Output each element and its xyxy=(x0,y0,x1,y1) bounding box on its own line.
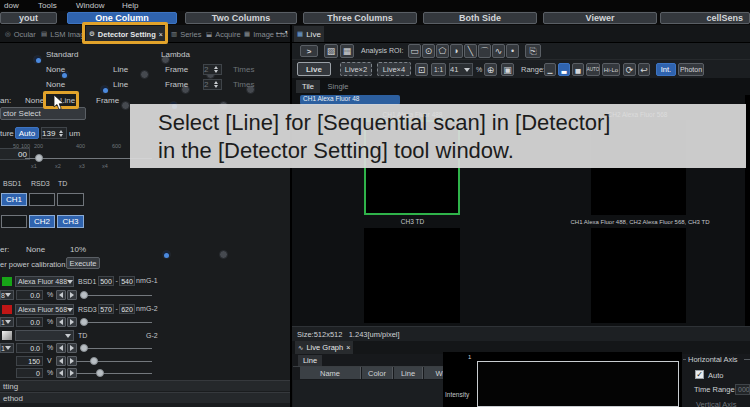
zoom-level-dropdown[interactable]: 41 xyxy=(449,63,473,76)
laser1-dropdown[interactable]: 8 xyxy=(0,290,14,300)
group-bar-method[interactable]: ethod xyxy=(0,392,290,403)
range-auto-button[interactable]: AUTO xyxy=(586,63,600,76)
hv-value-input[interactable]: 150 xyxy=(16,356,43,366)
tile-image-merged[interactable] xyxy=(591,228,686,323)
tile-image-ch3td[interactable] xyxy=(364,228,460,323)
assign-cell-ch1[interactable]: CH1 xyxy=(1,193,27,206)
layout-tab-layout[interactable]: yout xyxy=(0,12,57,24)
hv-slider-thumb[interactable] xyxy=(90,357,98,365)
tab-image-list[interactable]: ▦ Image List xyxy=(241,26,291,42)
execute-button[interactable]: Execute xyxy=(66,257,100,269)
tab-live-graph[interactable]: ∿ Live Graph × xyxy=(295,341,353,354)
laser2-value-input[interactable]: 0.0 xyxy=(16,317,43,327)
line-table-body[interactable] xyxy=(293,380,460,407)
laser3-dropdown[interactable]: 1 xyxy=(0,343,14,353)
menu-item-window-partial[interactable]: dow xyxy=(4,1,19,10)
radio-scan-none[interactable] xyxy=(121,101,130,110)
tab-line[interactable]: Line xyxy=(298,355,322,366)
range-mid-icon[interactable]: ▃ xyxy=(558,63,570,76)
live-button[interactable]: Live xyxy=(297,62,331,76)
offset-value-input[interactable]: 0 xyxy=(16,368,43,378)
tab-series[interactable]: ▥ Series xyxy=(168,26,204,42)
laser3-slider-track[interactable] xyxy=(80,348,152,349)
photon-mode-button[interactable]: Photon xyxy=(678,63,704,76)
snapshot-icon[interactable]: ⟳ xyxy=(623,63,636,76)
menu-item-window[interactable]: Window xyxy=(76,1,104,10)
decrement-button[interactable] xyxy=(56,290,66,300)
increment-button[interactable] xyxy=(67,290,77,300)
auto-checkbox[interactable]: ✓ xyxy=(695,370,704,379)
layout-tab-cellsens[interactable]: cellSens xyxy=(660,12,750,24)
roi-point-icon[interactable]: • xyxy=(506,44,519,58)
magnifier-icon[interactable]: ⊕ xyxy=(484,63,497,76)
assign-cell-ch3[interactable]: CH3 xyxy=(57,215,84,228)
column-header-line[interactable]: Line xyxy=(394,367,423,379)
frame-overlay-icon[interactable]: ▣ xyxy=(501,63,514,76)
roi-line-icon[interactable]: ╲ xyxy=(464,44,477,58)
close-icon[interactable]: × xyxy=(346,344,350,351)
spinner-arrows-icon[interactable] xyxy=(214,81,218,88)
assign-cell-empty[interactable] xyxy=(57,193,84,206)
range-low-icon[interactable]: ▁ xyxy=(544,63,556,76)
offset-slider-track[interactable] xyxy=(76,373,152,374)
offset-slider-thumb[interactable] xyxy=(96,369,104,377)
column-header-color[interactable]: Color xyxy=(362,367,393,379)
laser2-slider-thumb[interactable] xyxy=(80,318,88,326)
row3-times-spinner[interactable]: 2 xyxy=(203,79,222,90)
decrement-button[interactable] xyxy=(56,356,66,366)
laser3-slider-thumb[interactable] xyxy=(80,344,88,352)
maximize-panel-icon[interactable]: ▪ xyxy=(285,28,287,35)
dye2-dropdown[interactable]: Alexa Fluor 568 xyxy=(15,304,74,315)
roi-rectangle-icon[interactable]: ▭ xyxy=(408,44,421,58)
row2-times-spinner[interactable]: 2 xyxy=(203,64,222,75)
laser1-value-input[interactable]: 0.0 xyxy=(16,290,43,300)
increment-button[interactable] xyxy=(67,343,77,353)
tab-lsm-imaging[interactable]: ▤ LSM Imaging xyxy=(38,26,84,42)
column-header-name[interactable]: Name xyxy=(300,367,361,379)
menu-item-help[interactable]: Help xyxy=(122,1,138,10)
layout-tab-two-columns[interactable]: Two Columns xyxy=(185,12,297,24)
levels-icon[interactable]: ▨ xyxy=(324,44,338,58)
dye2-to-input[interactable]: 620 xyxy=(119,304,135,314)
roi-circle-icon[interactable]: ⊙ xyxy=(422,44,435,58)
radio-standard[interactable] xyxy=(33,55,42,64)
tab-acquire[interactable]: ⬓ Acquire xyxy=(203,26,244,42)
roi-freehand-icon[interactable]: ◗ xyxy=(450,44,463,58)
expand-toolbar-button[interactable]: > xyxy=(300,45,318,57)
fit-to-window-icon[interactable]: ⊡ xyxy=(415,63,428,76)
laser1-slider-track[interactable] xyxy=(80,295,152,296)
roi-copy-icon[interactable]: ⎘ xyxy=(525,44,541,58)
hv-slider-track[interactable] xyxy=(76,361,152,362)
spinner-arrows-icon[interactable] xyxy=(214,66,218,73)
group-bar-setting[interactable]: tting xyxy=(0,380,290,391)
laser1-slider-thumb[interactable] xyxy=(80,291,88,299)
grid-icon[interactable]: ▦ xyxy=(340,44,354,58)
decrement-button[interactable] xyxy=(56,317,66,327)
dye1-to-input[interactable]: 540 xyxy=(119,276,135,286)
decrement-button[interactable] xyxy=(56,368,66,378)
increment-button[interactable] xyxy=(67,317,77,327)
decrement-button[interactable] xyxy=(56,343,66,353)
live-x4-button[interactable]: Live×4 xyxy=(377,62,411,76)
intensity-mode-button[interactable]: Int. xyxy=(656,63,676,76)
tab-single[interactable]: Single xyxy=(322,80,354,93)
minimize-panel-icon[interactable]: — xyxy=(276,29,283,36)
layout-tab-viewer[interactable]: Viewer xyxy=(543,12,657,24)
layout-tab-both-side[interactable]: Both Side xyxy=(423,12,537,24)
aperture-slider-thumb[interactable] xyxy=(35,154,43,162)
spinner-arrows-icon[interactable] xyxy=(59,130,63,137)
assign-cell-ch2[interactable]: CH2 xyxy=(29,215,55,228)
menu-item-tools[interactable]: Tools xyxy=(38,1,57,10)
layout-tab-three-columns[interactable]: Three Columns xyxy=(303,12,417,24)
one-to-one-button[interactable]: 1:1 xyxy=(431,63,446,76)
laser3-value-input[interactable]: 0.0 xyxy=(16,343,43,353)
aperture-value-spinner[interactable]: 139 xyxy=(41,127,67,139)
undo-icon[interactable]: ↩ xyxy=(638,63,650,76)
assign-cell-empty[interactable] xyxy=(1,215,27,228)
dye1-from-input[interactable]: 500 xyxy=(98,276,114,286)
dye1-dropdown[interactable]: Alexa Fluor 488 xyxy=(15,276,74,287)
dye2-from-input[interactable]: 570 xyxy=(98,304,114,314)
aperture-auto-button[interactable]: Auto xyxy=(15,127,39,139)
live-x2-button[interactable]: Live×2 xyxy=(340,62,372,76)
roi-curve-icon[interactable]: ⌒ xyxy=(478,44,491,58)
